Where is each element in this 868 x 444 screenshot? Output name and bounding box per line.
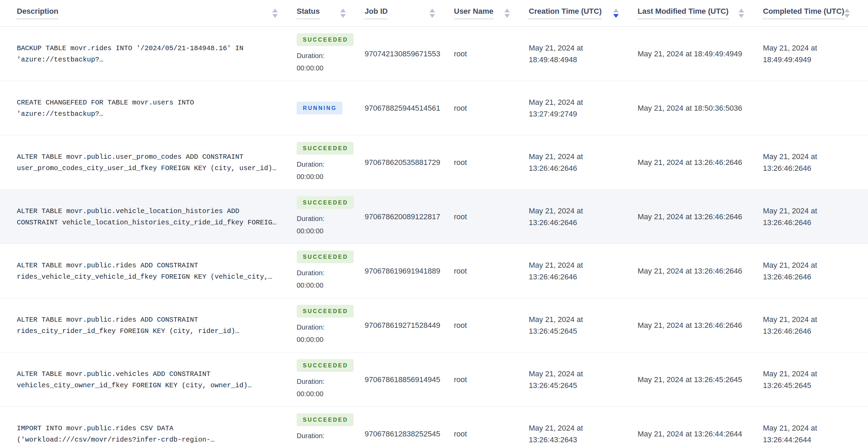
- last-modified-time: May 21, 2024 at 13:26:45:2645: [638, 353, 763, 407]
- sort-up-arrow-icon: [739, 9, 744, 12]
- text-line: May 21, 2024 at 13:26:45:2645: [638, 374, 763, 386]
- table-row[interactable]: BACKUP TABLE movr.rides INTO '/2024/05/2…: [0, 27, 868, 81]
- text-line: 13:26:44:2644: [763, 434, 868, 444]
- sort-icon[interactable]: [272, 9, 278, 18]
- completed-time: May 21, 2024 at18:49:49:4949: [763, 27, 868, 81]
- job-status-cell: RUNNING: [297, 81, 365, 135]
- text-line: 13:26:43:2643: [529, 434, 638, 444]
- sort-down-arrow-icon: [272, 14, 278, 18]
- job-status-cell: SUCCEEDED Duration: 00:00:00: [297, 407, 365, 444]
- creation-time: May 21, 2024 at13:26:45:2645: [529, 353, 638, 407]
- column-header[interactable]: Completed Time (UTC): [763, 7, 868, 19]
- text-line: 13:26:46:2646: [529, 271, 638, 283]
- sort-icon[interactable]: [340, 9, 346, 18]
- duration-label: Duration:: [297, 430, 324, 442]
- status-badge: SUCCEEDED: [297, 196, 354, 209]
- sort-icon[interactable]: [739, 9, 744, 18]
- duration-value: 00:00:00: [297, 279, 323, 291]
- text-line: May 21, 2024 at: [529, 314, 638, 325]
- text-line: May 21, 2024 at 18:50:36:5036: [638, 102, 763, 114]
- table-row[interactable]: IMPORT INTO movr.public.rides CSV DATA('…: [0, 407, 868, 444]
- job-status-cell: SUCCEEDED Duration: 00:00:00: [297, 135, 365, 189]
- completed-time: [763, 81, 868, 135]
- sort-icon[interactable]: [504, 9, 510, 18]
- completed-time: May 21, 2024 at13:26:46:2646: [763, 244, 868, 298]
- text-line: 13:26:46:2646: [763, 271, 868, 283]
- text-line: May 21, 2024 at: [763, 368, 868, 380]
- text-line: rides_city_rider_id_fkey FOREIGN KEY (ci…: [17, 325, 286, 337]
- table-row[interactable]: CREATE CHANGEFEED FOR TABLE movr.users I…: [0, 81, 868, 135]
- user-name: root: [454, 190, 529, 244]
- duration-value: 00:00:00: [297, 388, 323, 400]
- status-badge: SUCCEEDED: [297, 359, 354, 372]
- column-header[interactable]: Creation Time (UTC): [529, 7, 638, 19]
- completed-time: May 21, 2024 at13:26:46:2646: [763, 190, 868, 244]
- table-row[interactable]: ALTER TABLE movr.public.vehicle_location…: [0, 190, 868, 244]
- column-header-label: Job ID: [365, 7, 388, 19]
- job-status-cell: SUCCEEDED Duration: 00:00:00: [297, 190, 365, 244]
- creation-time: May 21, 2024 at13:26:43:2643: [529, 407, 638, 444]
- column-header[interactable]: Description: [17, 7, 297, 19]
- sort-down-arrow-icon: [430, 14, 435, 18]
- user-name: root: [454, 407, 529, 444]
- creation-time: May 21, 2024 at18:49:48:4948: [529, 27, 638, 81]
- user-name: root: [454, 353, 529, 407]
- column-header[interactable]: Status: [297, 7, 365, 19]
- text-line: May 21, 2024 at 13:26:44:2644: [638, 428, 763, 440]
- text-line: May 21, 2024 at: [529, 259, 638, 271]
- user-name: root: [454, 244, 529, 298]
- sort-up-arrow-icon: [430, 9, 435, 12]
- creation-time: May 21, 2024 at13:27:49:2749: [529, 81, 638, 135]
- table-row[interactable]: ALTER TABLE movr.public.rides ADD CONSTR…: [0, 298, 868, 353]
- last-modified-time: May 21, 2024 at 18:49:49:4949: [638, 27, 763, 81]
- job-description[interactable]: ALTER TABLE movr.public.rides ADD CONSTR…: [17, 244, 297, 298]
- text-line: May 21, 2024 at 13:26:46:2646: [638, 157, 763, 168]
- job-description[interactable]: ALTER TABLE movr.public.vehicle_location…: [17, 190, 297, 244]
- last-modified-time: May 21, 2024 at 13:26:44:2644: [638, 407, 763, 444]
- sort-down-arrow-icon: [504, 14, 510, 18]
- sort-up-arrow-icon: [272, 9, 278, 12]
- completed-time: May 21, 2024 at13:26:45:2645: [763, 353, 868, 407]
- text-line: 13:26:46:2646: [763, 163, 868, 174]
- text-line: May 21, 2024 at: [763, 314, 868, 325]
- column-header-label: Last Modified Time (UTC): [638, 7, 729, 19]
- last-modified-time: May 21, 2024 at 13:26:46:2646: [638, 135, 763, 189]
- duration-value: 00:00:00: [297, 170, 323, 183]
- job-description[interactable]: ALTER TABLE movr.public.vehicles ADD CON…: [17, 353, 297, 407]
- table-row[interactable]: ALTER TABLE movr.public.vehicles ADD CON…: [0, 353, 868, 407]
- sort-down-arrow-icon: [844, 14, 850, 18]
- table-row[interactable]: ALTER TABLE movr.public.user_promo_codes…: [0, 135, 868, 190]
- sort-up-arrow-icon: [340, 9, 346, 12]
- job-description[interactable]: IMPORT INTO movr.public.rides CSV DATA('…: [17, 407, 297, 444]
- column-header[interactable]: Job ID: [365, 7, 454, 19]
- completed-time: May 21, 2024 at13:26:46:2646: [763, 298, 868, 352]
- job-description[interactable]: ALTER TABLE movr.public.user_promo_codes…: [17, 135, 297, 189]
- job-id: 970678620089122817: [365, 190, 454, 244]
- text-line: May 21, 2024 at: [763, 42, 868, 54]
- job-description[interactable]: BACKUP TABLE movr.rides INTO '/2024/05/2…: [17, 27, 297, 81]
- sort-icon[interactable]: [844, 9, 850, 18]
- column-header[interactable]: User Name: [454, 7, 529, 19]
- text-line: May 21, 2024 at: [763, 151, 868, 163]
- sort-icon[interactable]: [613, 9, 619, 18]
- duration-label: Duration:: [297, 49, 324, 62]
- job-description[interactable]: CREATE CHANGEFEED FOR TABLE movr.users I…: [17, 81, 297, 135]
- sort-icon[interactable]: [430, 9, 435, 18]
- completed-time: May 21, 2024 at13:26:46:2646: [763, 135, 868, 189]
- text-line: 13:27:49:2749: [529, 108, 638, 120]
- job-description[interactable]: ALTER TABLE movr.public.rides ADD CONSTR…: [17, 298, 297, 352]
- text-line: 13:26:46:2646: [763, 217, 868, 229]
- text-line: May 21, 2024 at: [529, 368, 638, 380]
- text-line: vehicles_city_owner_id_fkey FOREIGN KEY …: [17, 380, 286, 391]
- text-line: May 21, 2024 at: [763, 205, 868, 217]
- text-line: BACKUP TABLE movr.rides INTO '/2024/05/2…: [17, 43, 286, 54]
- duration-label: Duration:: [297, 267, 324, 279]
- duration-label: Duration:: [297, 212, 324, 225]
- column-header[interactable]: Last Modified Time (UTC): [638, 7, 763, 19]
- table-row[interactable]: ALTER TABLE movr.public.rides ADD CONSTR…: [0, 244, 868, 298]
- text-line: ALTER TABLE movr.public.vehicle_location…: [17, 206, 286, 217]
- duration-value: 00:00:00: [297, 62, 323, 74]
- text-line: May 21, 2024 at: [529, 205, 638, 217]
- sort-down-arrow-icon: [613, 14, 619, 18]
- text-line: May 21, 2024 at: [529, 42, 638, 54]
